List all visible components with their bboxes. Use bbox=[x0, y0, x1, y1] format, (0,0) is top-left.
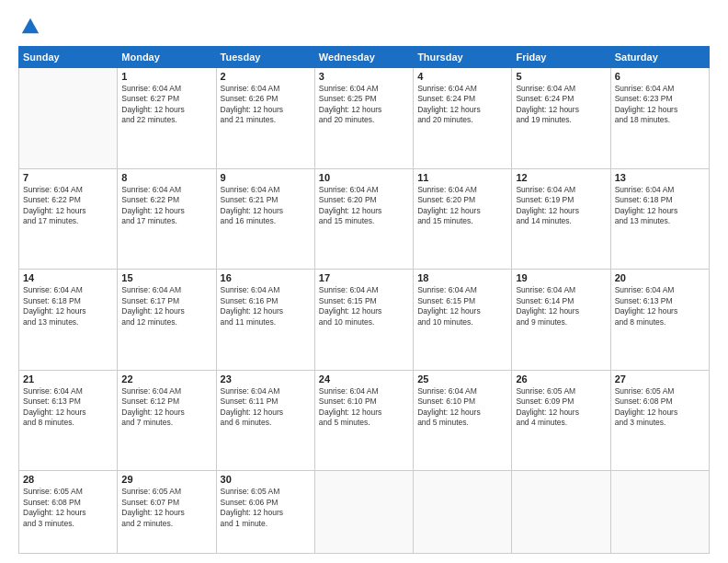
day-number: 21 bbox=[23, 373, 113, 385]
cell-info: Sunrise: 6:04 AM Sunset: 6:24 PM Dayligh… bbox=[516, 84, 606, 126]
calendar-cell: 3Sunrise: 6:04 AM Sunset: 6:25 PM Daylig… bbox=[314, 68, 413, 169]
day-number: 12 bbox=[516, 172, 606, 183]
day-number: 4 bbox=[417, 71, 507, 82]
day-number: 24 bbox=[319, 373, 409, 385]
calendar-cell: 23Sunrise: 6:04 AM Sunset: 6:11 PM Dayli… bbox=[216, 370, 314, 471]
calendar-cell: 20Sunrise: 6:04 AM Sunset: 6:13 PM Dayli… bbox=[610, 270, 709, 371]
day-number: 5 bbox=[516, 71, 606, 82]
day-number: 14 bbox=[23, 272, 113, 283]
cell-info: Sunrise: 6:04 AM Sunset: 6:16 PM Dayligh… bbox=[221, 285, 311, 327]
calendar-table: SundayMondayTuesdayWednesdayThursdayFrid… bbox=[18, 46, 710, 554]
cell-info: Sunrise: 6:04 AM Sunset: 6:27 PM Dayligh… bbox=[121, 84, 211, 126]
cell-info: Sunrise: 6:04 AM Sunset: 6:22 PM Dayligh… bbox=[121, 185, 211, 227]
day-number: 19 bbox=[516, 272, 606, 283]
calendar-cell: 4Sunrise: 6:04 AM Sunset: 6:24 PM Daylig… bbox=[414, 68, 512, 169]
cell-info: Sunrise: 6:04 AM Sunset: 6:11 PM Dayligh… bbox=[221, 386, 311, 429]
cell-info: Sunrise: 6:04 AM Sunset: 6:10 PM Dayligh… bbox=[417, 386, 507, 429]
day-of-week-header: Thursday bbox=[414, 47, 512, 68]
calendar-cell bbox=[314, 471, 413, 554]
cell-info: Sunrise: 6:04 AM Sunset: 6:20 PM Dayligh… bbox=[319, 185, 409, 227]
day-of-week-header: Sunday bbox=[19, 47, 118, 68]
calendar-cell: 16Sunrise: 6:04 AM Sunset: 6:16 PM Dayli… bbox=[216, 270, 314, 371]
day-number: 25 bbox=[417, 373, 507, 385]
cell-info: Sunrise: 6:05 AM Sunset: 6:07 PM Dayligh… bbox=[121, 487, 211, 529]
day-number: 22 bbox=[121, 373, 211, 385]
cell-info: Sunrise: 6:05 AM Sunset: 6:08 PM Dayligh… bbox=[615, 386, 705, 429]
calendar-header-row: SundayMondayTuesdayWednesdayThursdayFrid… bbox=[19, 47, 710, 68]
calendar-cell: 18Sunrise: 6:04 AM Sunset: 6:15 PM Dayli… bbox=[414, 270, 512, 371]
cell-info: Sunrise: 6:05 AM Sunset: 6:08 PM Dayligh… bbox=[23, 487, 113, 529]
calendar-cell bbox=[19, 68, 118, 169]
calendar-cell: 29Sunrise: 6:05 AM Sunset: 6:07 PM Dayli… bbox=[118, 471, 216, 554]
day-of-week-header: Friday bbox=[512, 47, 610, 68]
logo-icon bbox=[20, 17, 40, 37]
day-number: 11 bbox=[417, 172, 507, 183]
calendar-cell: 8Sunrise: 6:04 AM Sunset: 6:22 PM Daylig… bbox=[118, 168, 216, 270]
day-of-week-header: Saturday bbox=[610, 47, 709, 68]
calendar-cell: 21Sunrise: 6:04 AM Sunset: 6:13 PM Dayli… bbox=[19, 370, 118, 471]
calendar-cell: 19Sunrise: 6:04 AM Sunset: 6:14 PM Dayli… bbox=[512, 270, 610, 371]
calendar-cell: 2Sunrise: 6:04 AM Sunset: 6:26 PM Daylig… bbox=[216, 68, 314, 169]
calendar-cell: 1Sunrise: 6:04 AM Sunset: 6:27 PM Daylig… bbox=[118, 68, 216, 169]
cell-info: Sunrise: 6:04 AM Sunset: 6:12 PM Dayligh… bbox=[121, 386, 211, 429]
header bbox=[18, 17, 710, 37]
calendar-cell bbox=[610, 471, 709, 554]
cell-info: Sunrise: 6:04 AM Sunset: 6:10 PM Dayligh… bbox=[319, 386, 409, 429]
cell-info: Sunrise: 6:04 AM Sunset: 6:22 PM Dayligh… bbox=[23, 185, 113, 227]
cell-info: Sunrise: 6:04 AM Sunset: 6:20 PM Dayligh… bbox=[417, 185, 507, 227]
cell-info: Sunrise: 6:04 AM Sunset: 6:13 PM Dayligh… bbox=[23, 386, 113, 429]
day-number: 28 bbox=[23, 474, 113, 485]
cell-info: Sunrise: 6:04 AM Sunset: 6:18 PM Dayligh… bbox=[615, 185, 705, 227]
cell-info: Sunrise: 6:04 AM Sunset: 6:14 PM Dayligh… bbox=[516, 285, 606, 327]
calendar-cell: 12Sunrise: 6:04 AM Sunset: 6:19 PM Dayli… bbox=[512, 168, 610, 270]
day-of-week-header: Wednesday bbox=[314, 47, 413, 68]
calendar-cell: 25Sunrise: 6:04 AM Sunset: 6:10 PM Dayli… bbox=[414, 370, 512, 471]
calendar-cell bbox=[414, 471, 512, 554]
calendar-cell: 28Sunrise: 6:05 AM Sunset: 6:08 PM Dayli… bbox=[19, 471, 118, 554]
cell-info: Sunrise: 6:04 AM Sunset: 6:24 PM Dayligh… bbox=[417, 84, 507, 126]
calendar-cell: 10Sunrise: 6:04 AM Sunset: 6:20 PM Dayli… bbox=[314, 168, 413, 270]
day-number: 26 bbox=[516, 373, 606, 385]
calendar-cell: 17Sunrise: 6:04 AM Sunset: 6:15 PM Dayli… bbox=[314, 270, 413, 371]
calendar-week-row: 14Sunrise: 6:04 AM Sunset: 6:18 PM Dayli… bbox=[19, 270, 710, 371]
day-number: 27 bbox=[615, 373, 705, 385]
logo bbox=[18, 17, 40, 37]
calendar-cell: 24Sunrise: 6:04 AM Sunset: 6:10 PM Dayli… bbox=[314, 370, 413, 471]
calendar-cell: 13Sunrise: 6:04 AM Sunset: 6:18 PM Dayli… bbox=[610, 168, 709, 270]
day-number: 20 bbox=[615, 272, 705, 283]
calendar-cell: 27Sunrise: 6:05 AM Sunset: 6:08 PM Dayli… bbox=[610, 370, 709, 471]
day-number: 13 bbox=[615, 172, 705, 183]
calendar-cell: 14Sunrise: 6:04 AM Sunset: 6:18 PM Dayli… bbox=[19, 270, 118, 371]
calendar-cell: 22Sunrise: 6:04 AM Sunset: 6:12 PM Dayli… bbox=[118, 370, 216, 471]
calendar-cell: 11Sunrise: 6:04 AM Sunset: 6:20 PM Dayli… bbox=[414, 168, 512, 270]
calendar-week-row: 28Sunrise: 6:05 AM Sunset: 6:08 PM Dayli… bbox=[19, 471, 710, 554]
day-number: 10 bbox=[319, 172, 409, 183]
day-number: 15 bbox=[121, 272, 211, 283]
calendar-cell: 6Sunrise: 6:04 AM Sunset: 6:23 PM Daylig… bbox=[610, 68, 709, 169]
day-number: 1 bbox=[121, 71, 211, 82]
day-number: 16 bbox=[221, 272, 311, 283]
cell-info: Sunrise: 6:04 AM Sunset: 6:15 PM Dayligh… bbox=[417, 285, 507, 327]
cell-info: Sunrise: 6:05 AM Sunset: 6:06 PM Dayligh… bbox=[221, 487, 311, 529]
calendar-cell: 9Sunrise: 6:04 AM Sunset: 6:21 PM Daylig… bbox=[216, 168, 314, 270]
day-number: 2 bbox=[221, 71, 311, 82]
calendar-cell bbox=[512, 471, 610, 554]
calendar-week-row: 1Sunrise: 6:04 AM Sunset: 6:27 PM Daylig… bbox=[19, 68, 710, 169]
calendar-week-row: 21Sunrise: 6:04 AM Sunset: 6:13 PM Dayli… bbox=[19, 370, 710, 471]
calendar-cell: 30Sunrise: 6:05 AM Sunset: 6:06 PM Dayli… bbox=[216, 471, 314, 554]
calendar-cell: 15Sunrise: 6:04 AM Sunset: 6:17 PM Dayli… bbox=[118, 270, 216, 371]
day-number: 23 bbox=[221, 373, 311, 385]
calendar-cell: 5Sunrise: 6:04 AM Sunset: 6:24 PM Daylig… bbox=[512, 68, 610, 169]
cell-info: Sunrise: 6:04 AM Sunset: 6:17 PM Dayligh… bbox=[121, 285, 211, 327]
day-number: 9 bbox=[221, 172, 311, 183]
cell-info: Sunrise: 6:04 AM Sunset: 6:18 PM Dayligh… bbox=[23, 285, 113, 327]
day-number: 8 bbox=[121, 172, 211, 183]
cell-info: Sunrise: 6:04 AM Sunset: 6:13 PM Dayligh… bbox=[615, 285, 705, 327]
calendar-cell: 7Sunrise: 6:04 AM Sunset: 6:22 PM Daylig… bbox=[19, 168, 118, 270]
day-number: 7 bbox=[23, 172, 113, 183]
cell-info: Sunrise: 6:04 AM Sunset: 6:25 PM Dayligh… bbox=[319, 84, 409, 126]
calendar-week-row: 7Sunrise: 6:04 AM Sunset: 6:22 PM Daylig… bbox=[19, 168, 710, 270]
calendar-cell: 26Sunrise: 6:05 AM Sunset: 6:09 PM Dayli… bbox=[512, 370, 610, 471]
cell-info: Sunrise: 6:04 AM Sunset: 6:23 PM Dayligh… bbox=[615, 84, 705, 126]
cell-info: Sunrise: 6:04 AM Sunset: 6:26 PM Dayligh… bbox=[221, 84, 311, 126]
